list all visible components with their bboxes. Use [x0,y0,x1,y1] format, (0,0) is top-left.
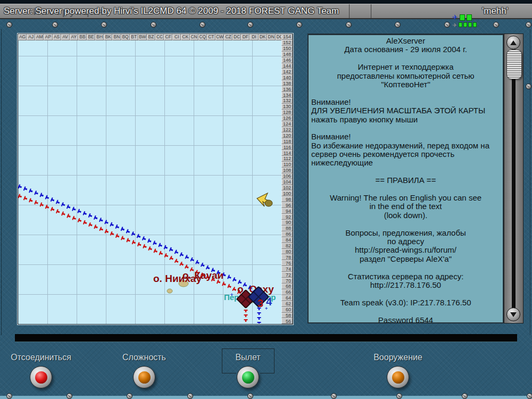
scrollbar-thumb[interactable] [506,49,522,79]
briefing-line [309,289,503,298]
disconnect-dome [35,371,47,384]
briefing-line: Интернет и техподдержка [309,63,503,71]
grid-col-label: BT [130,34,138,40]
grid-row-number: 110 [281,162,293,168]
signal-bar [473,22,477,27]
screw-icon [151,22,156,28]
scroll-up-button[interactable] [506,36,520,49]
briefing-line [309,185,503,194]
grid-row-number: 82 [281,243,293,249]
briefing-line [309,220,503,228]
briefing-line: раздел "Серверы AleX'а" [309,255,503,263]
disconnect-button[interactable]: Отсоединиться [0,353,94,388]
grid-col-label: BK [104,34,112,40]
grid-col-label: CI [172,34,181,40]
briefing-line: предоставлены компьютерной сетью [309,72,503,80]
plane-icon-gray: ✈ [452,22,457,28]
disconnect-knob[interactable] [30,366,52,388]
briefing-line [309,89,503,97]
grid-col-label: AJ [27,34,35,40]
grid-row-number: 64 [281,295,293,301]
grid-row-number: 88 [281,226,293,231]
scroll-down-button[interactable] [506,307,520,321]
frontline-number: 4 [266,296,272,307]
title-bar-divider [349,4,350,18]
grid-col-label: DC [232,34,241,40]
screw-icon [527,393,532,399]
grid-row-number: 136 [281,86,293,92]
screw-icon [331,393,337,399]
grid-row-number: 100 [281,190,293,196]
grid-row-number: 150 [281,46,293,52]
grid-col-label: AP [44,34,52,40]
grid-col-label: DF [241,34,250,40]
arrow-up-icon [510,40,517,45]
screw-icon [6,393,12,399]
briefing-line [309,168,503,176]
map-bases-layer [18,34,293,324]
grid-row-number: 56 [281,318,293,324]
grid-row-number: 146 [281,57,293,63]
grid-col-label: BQ [121,34,130,40]
grid-row-number: 108 [281,168,293,173]
briefing-line: "КоптевоНет" [309,80,503,89]
screw-icon [66,393,72,399]
arming-button[interactable]: Вооружение [345,353,451,388]
grid-col-label: CQ [198,34,207,40]
grid-row-number: 112 [281,156,293,162]
briefing-line: http://spread-wings.ru/forum/ [309,246,503,254]
briefing-line: AleXserver [309,37,503,45]
grid-row-number: 76 [281,260,293,266]
right-edge-line [530,29,530,335]
arming-knob[interactable] [387,366,409,388]
difficulty-knob[interactable] [133,366,155,388]
briefing-map[interactable]: AGAJAMAPASAVAYBBBEBHBKBNBQBTBWBZCCCFCICK… [18,34,293,325]
screw-icon [247,393,253,399]
signal-bar [463,22,467,27]
grid-col-label: BW [138,34,147,40]
grid-col-label: AM [35,34,44,40]
panel-slot-strip [15,334,517,342]
grid-row-number: 140 [281,74,293,80]
briefing-text-panel[interactable]: AleXserverДата основания - 29 июля 2004 … [307,34,504,323]
bottom-edge-highlight [0,396,532,399]
briefing-line: ДЛЯ УВЕЛИЧЕНИЯ МАСШТАБА ЭТОЙ КАРТЫ [309,106,503,115]
grid-row-number: 134 [281,92,293,98]
briefing-line [309,54,503,63]
grid-row-number: 126 [281,115,293,121]
grid-row-number: 66 [281,289,293,295]
signal-bar [459,22,462,27]
screw-icon [462,393,468,399]
briefing-line: нажать правую кнопку мыши [309,115,503,124]
fly-button-label: Вылет [195,353,301,362]
screw-icon [187,393,193,399]
briefing-line [309,307,503,315]
grid-row-number: 122 [281,127,293,133]
grid-col-label: AY [70,34,78,40]
grid-row-number: 132 [281,98,293,104]
screw-icon [395,22,401,28]
top-frame-strip [0,0,532,4]
signal-bars [460,14,473,21]
grid-row-number: 102 [281,185,293,191]
grid-row-number: 118 [281,138,293,144]
briefing-line: in the end of the text [309,202,503,211]
grid-row-number: 114 [281,150,293,156]
grid-col-label: CK [181,34,189,40]
grid-col-label: DK [259,34,267,40]
fly-knob[interactable] [237,366,259,388]
fly-button[interactable]: Вылет [195,353,301,388]
screw-icon [396,393,402,399]
briefing-line: Team speak (v3.0): IP:217.78.176.50 [309,298,503,307]
briefing-line: сервер очень рекомендуется прочесть [309,150,503,159]
title-bar-divider [371,4,371,18]
briefing-line: Warning! The rules on English you can se… [309,194,503,202]
briefing-line: нижеследующие [309,159,503,167]
screw-icon [444,22,450,28]
grid-col-label: CW [215,34,224,40]
grid-row-number: 154 [281,34,293,40]
scrollbar-track[interactable] [512,48,516,309]
difficulty-button[interactable]: Сложность [91,353,197,388]
arming-button-label: Вооружение [345,353,451,362]
briefing-scrollbar[interactable] [504,34,523,323]
